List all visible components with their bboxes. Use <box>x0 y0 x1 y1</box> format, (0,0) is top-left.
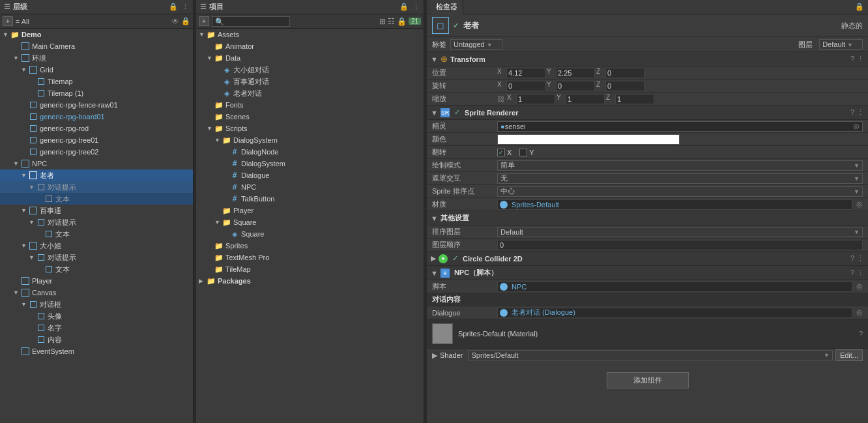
tree-item-dxj-text[interactable]: 文本 <box>0 263 193 275</box>
tree-item-assets[interactable]: ▼ 📁 Assets <box>196 29 424 40</box>
project-add-btn[interactable]: + <box>199 16 209 26</box>
tree-item-npc[interactable]: ▼ NPC <box>0 158 193 169</box>
tree-item-baishitong-data[interactable]: ◈ 百事通对话 <box>196 76 424 87</box>
tree-item-dialogbox[interactable]: ▼ 对话框 <box>0 299 193 310</box>
material-select-icon[interactable]: ◎ <box>856 200 863 209</box>
tree-item-player-folder[interactable]: 📁 Player <box>196 205 424 216</box>
sprite-renderer-more[interactable]: ⋮ <box>857 108 864 117</box>
tree-item-tilemap1[interactable]: Tilemap (1) <box>0 87 193 99</box>
shader-expand[interactable]: ▶ <box>432 351 437 360</box>
tree-item-dialognode[interactable]: # DialogNode <box>196 146 424 158</box>
dialogue-ref-field[interactable]: 老者对话 (Dialogue) <box>497 308 852 318</box>
project-scroll[interactable]: ▼ 📁 Assets 📁 Animator ▼ 📁 Data ◈ 大小姐对话 <box>196 29 424 423</box>
tree-item-main-camera[interactable]: Main Camera <box>0 40 193 52</box>
transform-more-icon[interactable]: ⋮ <box>857 55 864 63</box>
tree-item-wenben[interactable]: 文本 <box>0 193 193 205</box>
transform-help-icon[interactable]: ? <box>850 55 854 63</box>
checkbox-active[interactable]: ✓ <box>453 21 459 30</box>
tree-item-dxj-hint[interactable]: ▼ 对话提示 <box>0 252 193 263</box>
sprite-renderer-checkbox[interactable]: ✓ <box>454 108 460 117</box>
tab-inspector[interactable]: 检查器 <box>431 0 463 14</box>
project-icon1[interactable]: ⊞ <box>379 17 386 26</box>
sprite-renderer-help[interactable]: ? <box>850 108 854 117</box>
color-swatch[interactable] <box>497 134 680 145</box>
sprite-select-icon[interactable]: ◎ <box>853 122 860 130</box>
tree-item-name-obj[interactable]: 名字 <box>0 322 193 334</box>
hierarchy-more-icon[interactable]: ⋮ <box>182 3 189 11</box>
add-component-btn[interactable]: 添加组件 <box>607 372 689 388</box>
tree-item-talkbutton[interactable]: # TalkButton <box>196 193 424 205</box>
tree-item-npc-cs[interactable]: # NPC <box>196 181 424 193</box>
tree-item-scripts[interactable]: ▼ 📁 Scripts <box>196 123 424 134</box>
tree-item-canvas[interactable]: ▼ Canvas <box>0 287 193 299</box>
project-more-icon[interactable]: ⋮ <box>412 3 420 11</box>
tree-item-data[interactable]: ▼ 📁 Data <box>196 52 424 64</box>
scale-x-field[interactable]: 1 <box>516 94 555 104</box>
tree-item-board[interactable]: generic-rpg-board01 <box>0 111 193 123</box>
transform-section-header[interactable]: ▼ ⊕ Transform ? ⋮ <box>427 52 868 66</box>
tree-item-laozhe-data[interactable]: ◈ 老者对话 <box>196 87 424 99</box>
tree-item-tilemap[interactable]: Tilemap <box>0 76 193 87</box>
pos-x-field[interactable]: 4.12 <box>506 68 545 78</box>
rot-y-field[interactable]: 0 <box>556 81 595 91</box>
tree-item-head[interactable]: 头像 <box>0 310 193 322</box>
tree-item-square-cs[interactable]: ◈ Square <box>196 228 424 240</box>
project-lock-icon[interactable]: 🔒 <box>399 3 409 11</box>
tree-item-laozhe[interactable]: ▼ 老者 <box>0 169 193 181</box>
npc-script-header[interactable]: ▼ # NPC（脚本） ? ⋮ <box>427 266 868 280</box>
layer-dropdown[interactable]: Default ▼ <box>819 39 863 50</box>
material-help-icon[interactable]: ? <box>859 330 863 338</box>
tree-item-sprites[interactable]: 📁 Sprites <box>196 240 424 252</box>
tree-item-tree01[interactable]: generic-rpg-tree01 <box>0 134 193 146</box>
scale-z-field[interactable]: 1 <box>615 94 654 104</box>
other-settings-header[interactable]: ▼ 其他设置 <box>427 211 868 226</box>
draw-mode-dropdown[interactable]: 简单 ▼ <box>497 160 863 171</box>
sort-layer-dropdown[interactable]: Default ▼ <box>497 227 863 237</box>
rot-z-field[interactable]: 0 <box>605 81 644 91</box>
tree-item-eventsystem[interactable]: EventSystem <box>0 345 193 357</box>
project-menu-icon[interactable]: ☰ <box>200 3 207 11</box>
tree-item-fence[interactable]: generic-rpg-fence-raw01 <box>0 99 193 111</box>
tree-item-textmeshpro[interactable]: 📁 TextMesh Pro <box>196 252 424 263</box>
tree-item-dialogue-hint[interactable]: ▼ 对话提示 <box>0 181 193 193</box>
tree-item-bst-hint[interactable]: ▼ 对话提示 <box>0 216 193 228</box>
tree-item-env[interactable]: ▼ 环境 <box>0 52 193 64</box>
tree-item-rod[interactable]: generic-rpg-rod <box>0 123 193 134</box>
sprite-renderer-header[interactable]: ▼ SR ✓ Sprite Renderer ? ⋮ <box>427 106 868 120</box>
tag-dropdown[interactable]: Untagged ▼ <box>450 39 502 50</box>
npc-script-help[interactable]: ? <box>850 269 854 277</box>
tree-item-player[interactable]: Player <box>0 275 193 287</box>
shader-dropdown[interactable]: Sprites/Default ▼ <box>468 350 832 360</box>
inspector-lock-icon[interactable]: 🔒 <box>855 3 864 11</box>
circle-collider-more[interactable]: ⋮ <box>857 254 864 263</box>
tree-item-grid[interactable]: ▼ Grid <box>0 64 193 76</box>
layer-order-field[interactable]: 0 <box>497 240 863 250</box>
project-icon2[interactable]: ☷ <box>388 17 395 26</box>
circle-collider-header[interactable]: ▶ ● ✓ Circle Collider 2D ? ⋮ <box>427 252 868 266</box>
hierarchy-lock-icon[interactable]: 🔒 <box>169 3 178 11</box>
tree-item-scenes[interactable]: 📁 Scenes <box>196 111 424 123</box>
tree-item-content-obj[interactable]: 内容 <box>0 334 193 345</box>
tree-item-baishitong[interactable]: ▼ 百事通 <box>0 205 193 216</box>
material-swatch[interactable] <box>432 323 453 344</box>
project-icon3[interactable]: 🔒 <box>397 17 407 26</box>
dialogue-select-icon[interactable]: ◎ <box>856 308 863 317</box>
circle-collider-checkbox[interactable]: ✓ <box>452 254 458 263</box>
tree-item-animator[interactable]: 📁 Animator <box>196 40 424 52</box>
shader-edit-btn[interactable]: Edit... <box>835 349 863 361</box>
npc-ref-field[interactable]: NPC <box>497 282 852 292</box>
rot-x-field[interactable]: 0 <box>506 81 545 91</box>
material-ref-field[interactable]: Sprites-Default <box>497 199 852 210</box>
tree-item-packages[interactable]: ▶ 📁 Packages <box>196 275 424 287</box>
tree-item-demo[interactable]: ▼ 📁 Demo <box>0 29 193 40</box>
hierarchy-scroll[interactable]: ▼ 📁 Demo Main Camera ▼ 环境 ▼ Grid <box>0 29 193 423</box>
tree-item-bst-text[interactable]: 文本 <box>0 228 193 240</box>
hierarchy-menu-icon[interactable]: ☰ <box>4 3 10 11</box>
tree-item-dialogsystem-cs[interactable]: # DialogSystem <box>196 158 424 169</box>
tree-item-daxiaojie-data[interactable]: ◈ 大小姐对话 <box>196 64 424 76</box>
circle-collider-help[interactable]: ? <box>850 254 854 263</box>
tree-item-tree02[interactable]: generic-rpg-tree02 <box>0 146 193 158</box>
tree-item-fonts[interactable]: 📁 Fonts <box>196 99 424 111</box>
tree-item-daxiaojie[interactable]: ▼ 大小姐 <box>0 240 193 252</box>
tree-item-dialogue-cs[interactable]: # Dialogue <box>196 169 424 181</box>
